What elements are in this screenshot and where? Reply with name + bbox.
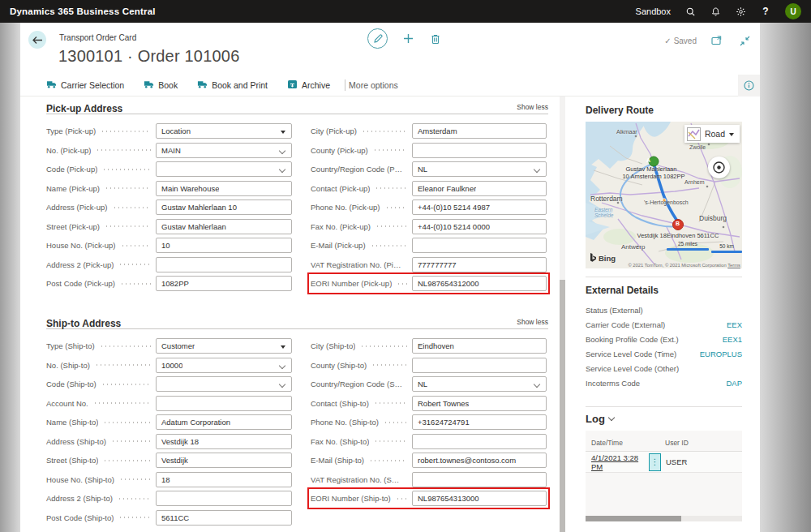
search-icon[interactable] (684, 6, 696, 17)
map-style-selector[interactable]: Road (684, 125, 740, 143)
delivery-route-title: Delivery Route (586, 105, 654, 116)
field-input[interactable]: NL987654313000 (412, 491, 547, 506)
more-options-button[interactable]: More options (349, 80, 398, 90)
field-input[interactable] (156, 396, 292, 411)
carrier-selection-button[interactable]: Carrier Selection (46, 78, 124, 92)
field-input[interactable]: Gustav Mahlerlaan 10 (156, 200, 292, 215)
field-input[interactable]: Customer (156, 338, 292, 354)
field-input[interactable]: Eleanor Faulkner (412, 181, 547, 196)
field-input[interactable]: Vestdijk (156, 453, 292, 468)
field-input[interactable]: Gustav Mahlerlaan (156, 219, 292, 234)
external-detail-value[interactable]: EEX1 (723, 335, 742, 344)
field-input[interactable]: 10 (156, 238, 292, 253)
field-input[interactable]: robert.townes@contoso.com (412, 453, 547, 468)
delivery-route-map[interactable]: A B Alkmaar Zwolle Arnhem Rotterdam 's-H… (586, 122, 742, 268)
field-input[interactable]: Robert Townes (412, 396, 547, 411)
map-city-label: Duisburg (699, 214, 727, 222)
field-input[interactable] (156, 161, 292, 177)
field-input[interactable]: Main Warehouse (156, 181, 292, 196)
truck-icon (46, 78, 57, 92)
field-input[interactable]: Eindhoven (412, 338, 547, 354)
field-input[interactable]: 5611CC (156, 510, 292, 526)
log-col-user[interactable]: User ID (665, 439, 689, 447)
form-field-row: Fax No. (Ship-to) (311, 434, 547, 449)
app-title[interactable]: Dynamics 365 Business Central (10, 6, 156, 16)
field-input[interactable]: 1082PP (156, 276, 292, 291)
field-input[interactable]: MAIN (156, 143, 292, 158)
field-input[interactable]: 10000 (156, 358, 292, 373)
field-label: Contact (Ship-to) (311, 399, 369, 408)
shipto-section-header: Ship-to Address Show less (46, 315, 548, 329)
log-table-row[interactable]: 4/1/2021 3:28 PM ⋮ USER (586, 452, 742, 473)
field-label: Address 2 (Ship-to) (46, 494, 113, 503)
external-detail-value[interactable]: EUROPLUS (700, 350, 742, 358)
help-icon[interactable]: ? (760, 6, 771, 17)
field-input[interactable]: 777777777 (412, 257, 547, 272)
bing-logo[interactable]: Bing (590, 253, 616, 263)
field-input[interactable] (156, 376, 292, 392)
environment-label[interactable]: Sandbox (636, 6, 671, 16)
external-detail-value[interactable]: EEX (727, 320, 742, 329)
back-button[interactable] (28, 31, 46, 49)
pickup-show-less-link[interactable]: Show less (517, 103, 548, 111)
field-input[interactable]: 18 (156, 472, 292, 487)
route-marker-b[interactable]: B (676, 221, 680, 226)
scrollbar-thumb[interactable] (560, 280, 565, 532)
log-section-header[interactable]: Log (586, 413, 614, 425)
field-input[interactable] (412, 238, 547, 253)
archive-button[interactable]: Archive (287, 78, 330, 92)
map-terms-link[interactable]: Terms (727, 263, 740, 268)
delete-trash-icon[interactable] (428, 32, 443, 46)
log-horizontal-scrollbar[interactable] (586, 516, 742, 521)
shipto-show-less-link[interactable]: Show less (517, 318, 548, 326)
route-marker-a[interactable]: A (646, 157, 650, 163)
row-menu-ellipsis-icon[interactable]: ⋮ (649, 453, 661, 471)
field-input[interactable] (412, 472, 547, 487)
map-city-label: Arnhem (684, 179, 705, 185)
book-button[interactable]: Book (144, 78, 178, 92)
dotted-leader (113, 207, 152, 208)
map-locate-button[interactable] (708, 157, 730, 178)
edit-pencil-icon[interactable] (367, 28, 388, 49)
shipto-section-title[interactable]: Ship-to Address (46, 318, 121, 329)
scrollbar-thumb[interactable] (586, 516, 681, 521)
field-input[interactable]: +44-(0)10 5214 4987 (412, 200, 547, 215)
top-navigation-bar: Dynamics 365 Business Central Sandbox ? … (0, 0, 811, 23)
dotted-leader (375, 225, 407, 227)
form-field-row: House No. (Ship-to) 18 (46, 472, 292, 487)
add-plus-icon[interactable] (401, 32, 415, 46)
form-field-row: Contact (Pick-up) Eleanor Faulkner (311, 181, 547, 196)
field-input[interactable] (156, 257, 292, 272)
form-field-row: No. (Pick-up) MAIN (46, 143, 292, 158)
field-input[interactable]: Vestdijk 18 (156, 434, 292, 449)
field-input[interactable]: NL (412, 376, 547, 392)
log-col-datetime[interactable]: Date/Time (591, 439, 665, 447)
user-avatar[interactable]: U (785, 3, 801, 19)
map-style-label: Road (705, 129, 725, 139)
field-input[interactable] (412, 434, 547, 449)
field-input[interactable]: Location (156, 123, 292, 139)
open-in-new-window-icon[interactable] (710, 33, 724, 48)
field-input[interactable]: +44-(0)10 5214 0000 (412, 219, 547, 234)
pickup-section-title[interactable]: Pick-up Address (46, 103, 122, 114)
log-datetime-link[interactable]: 4/1/2021 3:28 PM (591, 453, 649, 471)
external-detail-label: Booking Profile Code (Ext.) (586, 335, 679, 344)
field-input[interactable] (412, 358, 547, 373)
collapse-arrows-icon[interactable] (737, 33, 752, 48)
book-and-print-button[interactable]: Book and Print (197, 78, 268, 92)
external-detail-value[interactable]: DAP (726, 379, 742, 388)
field-value: NL987654312000 (418, 279, 479, 288)
field-input[interactable]: Adatum Corporation (156, 414, 292, 430)
field-input[interactable]: NL (412, 161, 547, 177)
field-input[interactable]: NL987654312000 (412, 276, 547, 291)
field-input[interactable]: Amsterdam (412, 123, 547, 139)
external-detail-row: Service Level Code (Time) EUROPLUS (586, 346, 742, 361)
form-vertical-scrollbar[interactable] (560, 97, 565, 532)
field-input[interactable]: +31624724791 (412, 414, 547, 430)
settings-gear-icon[interactable] (735, 6, 746, 17)
form-field-row: Type (Pick-up) Location (46, 123, 292, 139)
field-input[interactable] (156, 491, 292, 506)
field-input[interactable] (412, 143, 547, 158)
notifications-bell-icon[interactable] (710, 6, 721, 17)
info-icon[interactable] (738, 75, 760, 97)
